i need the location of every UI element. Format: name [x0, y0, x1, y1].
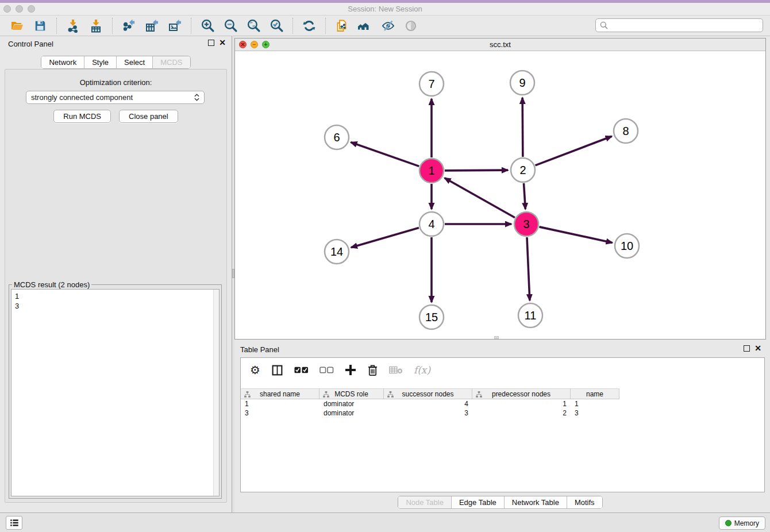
mcds-result-groupbox: MCDS result (2 nodes) 1 3 [9, 284, 222, 499]
list-icon [9, 518, 20, 528]
cell-mcds-role[interactable]: dominator [319, 400, 384, 408]
import-table-button[interactable] [87, 17, 105, 34]
toolbar-separator [292, 18, 293, 34]
export-network-button[interactable] [120, 17, 137, 34]
open-session-button[interactable] [9, 17, 26, 34]
tree-icon [387, 391, 394, 398]
graph-edge-1-6[interactable] [351, 142, 419, 167]
zoom-out-icon [224, 18, 238, 33]
cell-successor-nodes[interactable]: 4 [384, 400, 472, 408]
canvas-scroll-grip[interactable] [494, 336, 499, 339]
tree-icon [476, 391, 482, 398]
export-table-button[interactable] [143, 17, 160, 34]
tab-style[interactable]: Style [84, 56, 117, 68]
graph-edge-4-14[interactable] [351, 228, 419, 247]
refresh-button[interactable] [301, 17, 318, 34]
tree-icon [244, 391, 251, 398]
cell-name[interactable]: 3 [571, 409, 619, 417]
show-all-button[interactable] [402, 17, 419, 34]
graph-edge-1-2[interactable] [445, 170, 508, 171]
delete-column-button[interactable] [367, 363, 378, 377]
save-session-button[interactable] [32, 17, 49, 34]
delete-table-icon [389, 365, 403, 375]
cell-successor-nodes[interactable]: 3 [384, 409, 472, 417]
zoom-out-button[interactable] [222, 17, 239, 34]
import-network-button[interactable] [64, 17, 82, 34]
graph-edge-3-1[interactable] [445, 178, 515, 218]
export-image-button[interactable] [166, 17, 183, 34]
graph-edge-2-9[interactable] [522, 98, 523, 157]
table-panel-header: Table Panel ✕ [234, 342, 766, 357]
close-panel-button[interactable]: Close panel [119, 110, 178, 123]
close-table-panel-icon[interactable]: ✕ [754, 345, 761, 352]
column-header-predecessor-nodes[interactable]: predecessor nodes [472, 388, 571, 399]
cell-shared-name[interactable]: 1 [241, 400, 319, 408]
table-row[interactable]: 1 dominator 4 1 1 [241, 399, 619, 408]
zoom-fit-button[interactable] [245, 17, 262, 34]
network-window-titlebar[interactable]: ✕ − + scc.txt [235, 38, 765, 51]
tab-mcds[interactable]: MCDS [153, 56, 190, 68]
search-input[interactable] [609, 20, 763, 31]
tab-select[interactable]: Select [117, 56, 153, 68]
clone-network-button[interactable] [333, 17, 351, 34]
close-panel-icon[interactable]: ✕ [219, 40, 226, 46]
select-all-columns-button[interactable] [294, 363, 309, 377]
mcds-result-textarea[interactable]: 1 3 [11, 289, 220, 496]
table-content-frame: ⚙ f(x) [240, 357, 765, 492]
tab-network[interactable]: Network [41, 56, 84, 68]
cell-predecessor-nodes[interactable]: 1 [472, 400, 571, 408]
float-panel-icon[interactable] [208, 40, 214, 46]
graph-node-label-14: 14 [330, 245, 343, 258]
table-settings-button[interactable]: ⚙ [250, 363, 260, 377]
result-scrollbar[interactable] [213, 290, 219, 496]
node-table-header-row: shared name MCDS role successor nodes pr… [241, 388, 619, 399]
control-panel-title: Control Panel [8, 40, 53, 48]
control-panel-tabbar: Network Style Select MCDS [41, 56, 190, 69]
memory-button[interactable]: Memory [719, 516, 765, 530]
graph-node-label-11: 11 [525, 309, 537, 322]
graph-edge-3-11[interactable] [527, 237, 530, 300]
first-neighbors-button[interactable] [356, 17, 374, 34]
cell-mcds-role[interactable]: dominator [319, 409, 384, 417]
zoom-selected-button[interactable] [268, 17, 285, 34]
column-header-name[interactable]: name [571, 388, 619, 399]
add-column-button[interactable] [345, 363, 356, 377]
delete-table-button[interactable] [389, 363, 403, 377]
optimization-criterion-label: Optimization criterion: [5, 78, 226, 87]
cell-name[interactable]: 1 [571, 400, 619, 408]
window-title: Session: New Session [0, 5, 770, 13]
cell-predecessor-nodes[interactable]: 2 [472, 409, 571, 417]
split-view-button[interactable] [271, 363, 283, 377]
network-canvas[interactable]: 1234678910111415 [235, 51, 765, 339]
table-row[interactable]: 3 dominator 3 2 3 [241, 408, 619, 418]
criterion-dropdown[interactable]: strongly connected component [26, 91, 205, 104]
tab-motifs[interactable]: Motifs [567, 496, 602, 508]
float-table-panel-icon[interactable] [744, 345, 750, 352]
search-box[interactable] [595, 18, 763, 32]
cell-shared-name[interactable]: 3 [241, 409, 319, 417]
result-line: 3 [15, 301, 219, 311]
eye-disabled-icon [404, 19, 418, 33]
node-table: shared name MCDS role successor nodes pr… [241, 388, 619, 418]
network-view-window: ✕ − + scc.txt 1234678910111415 [234, 38, 766, 340]
run-mcds-button[interactable]: Run MCDS [53, 110, 111, 123]
zoom-in-button[interactable] [199, 17, 216, 34]
graph-edge-3-10[interactable] [539, 227, 612, 243]
tab-node-table[interactable]: Node Table [398, 496, 452, 508]
show-panels-button[interactable] [6, 516, 22, 530]
tab-edge-table[interactable]: Edge Table [452, 496, 505, 508]
graph-edge-2-8[interactable] [536, 136, 612, 165]
import-network-icon [66, 19, 80, 33]
deselect-all-columns-button[interactable] [319, 363, 334, 377]
criterion-value: strongly connected component [31, 93, 133, 102]
column-header-mcds-role[interactable]: MCDS role [319, 388, 384, 399]
hide-selected-button[interactable] [379, 17, 396, 34]
function-builder-button[interactable]: f(x) [414, 363, 430, 377]
tab-network-table[interactable]: Network Table [505, 496, 567, 508]
graph-edge-2-3[interactable] [523, 183, 525, 209]
open-folder-icon [10, 19, 24, 33]
control-panel-header: Control Panel ✕ [0, 36, 232, 51]
dropdown-stepper-icon [194, 94, 199, 101]
column-header-successor-nodes[interactable]: successor nodes [384, 388, 472, 399]
column-header-shared-name[interactable]: shared name [241, 388, 319, 399]
